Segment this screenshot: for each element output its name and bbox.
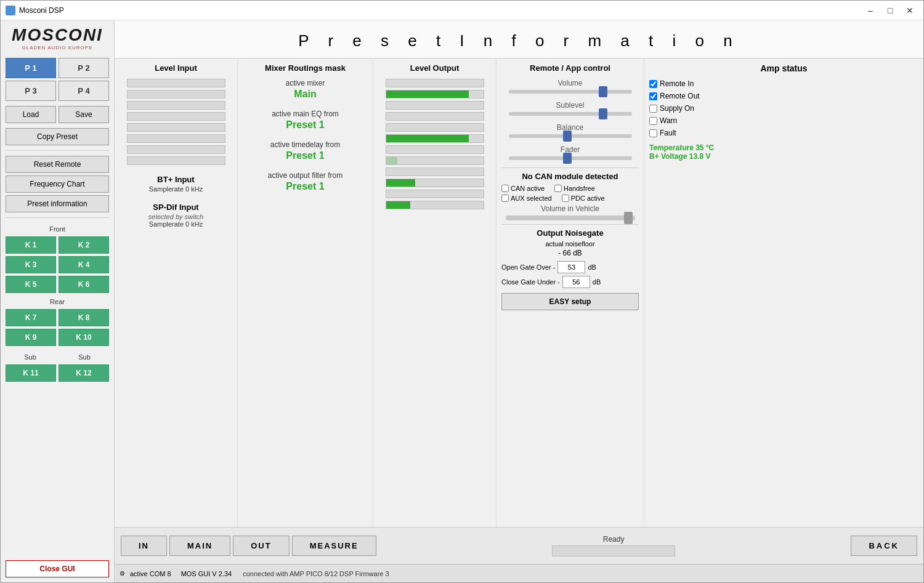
handsfree-checkbox[interactable] xyxy=(554,185,562,192)
channel-k11[interactable]: K 11 xyxy=(6,364,56,382)
channel-k7[interactable]: K 7 xyxy=(6,309,56,326)
level-output-column: Level Output xyxy=(373,58,496,527)
minimize-button[interactable]: – xyxy=(862,4,879,17)
logo-sub: GLADEN AUDIO EUROPE xyxy=(6,45,109,50)
warn-checkbox[interactable] xyxy=(649,117,657,125)
noisegate-title: Output Noisegate xyxy=(501,228,639,238)
level-bar-6 xyxy=(120,134,232,143)
channel-k2[interactable]: K 2 xyxy=(59,236,109,254)
main-eq-label: active main EQ from xyxy=(243,110,368,118)
channel-k9[interactable]: K 9 xyxy=(6,329,56,346)
can-row-1: CAN active Handsfree xyxy=(501,185,639,192)
main-content: MOSCONI GLADEN AUDIO EUROPE P 1 P 2 P 3 … xyxy=(1,20,923,582)
logo-text: MOSCONI xyxy=(6,25,109,45)
can-active-label: CAN active xyxy=(511,185,545,192)
fault-checkbox[interactable] xyxy=(649,129,657,137)
vehicle-volume-thumb[interactable] xyxy=(624,212,633,224)
sp-samplerate: Samplerate 0 kHz xyxy=(120,220,232,228)
handsfree-item: Handsfree xyxy=(554,185,595,192)
measure-button[interactable]: MEASURE xyxy=(292,536,376,556)
vehicle-volume-track[interactable] xyxy=(506,215,635,220)
sublevel-slider-container: Sublevel xyxy=(501,101,639,116)
open-gate-input[interactable] xyxy=(557,261,585,273)
mixer-column: Mixer Routings mask active mixer Main ac… xyxy=(238,58,373,527)
status-footer: ⚙ active COM 8 MOS GUI V 2.34 connected … xyxy=(115,564,923,582)
output-filter-value: Preset 1 xyxy=(243,181,368,192)
balance-slider-track[interactable] xyxy=(509,134,632,138)
timedelay-value: Preset 1 xyxy=(243,150,368,161)
rear-channels: K 7 K 8 K 9 K 10 xyxy=(6,309,109,346)
channel-k10[interactable]: K 10 xyxy=(59,329,109,346)
in-button[interactable]: IN xyxy=(121,536,167,556)
out-button[interactable]: OUT xyxy=(233,536,289,556)
open-gate-unit: dB xyxy=(588,263,596,271)
out-bar-2 xyxy=(378,90,491,99)
channel-k4[interactable]: K 4 xyxy=(59,256,109,273)
level-bar-2 xyxy=(120,90,232,99)
channel-k1[interactable]: K 1 xyxy=(6,236,56,254)
level-output-header: Level Output xyxy=(378,63,491,73)
supply-on-checkbox[interactable] xyxy=(649,105,657,113)
level-bar-1 xyxy=(120,79,232,87)
remote-in-checkbox[interactable] xyxy=(649,80,657,88)
volume-slider-track[interactable] xyxy=(509,90,632,94)
active-mixer-value: Main xyxy=(243,89,368,100)
sublevel-slider-track[interactable] xyxy=(509,112,632,116)
ready-label: Ready xyxy=(379,535,849,544)
volume-thumb[interactable] xyxy=(599,86,607,97)
copy-preset-button[interactable]: Copy Preset xyxy=(6,128,109,145)
fader-thumb[interactable] xyxy=(563,153,572,164)
output-filter-section: active output filter from Preset 1 xyxy=(243,171,368,192)
close-gate-row: Close Gate Under - dB xyxy=(501,276,639,288)
preset-info-button[interactable]: Preset information xyxy=(6,195,109,212)
preset-1-button[interactable]: P 1 xyxy=(6,58,56,78)
remote-out-checkbox[interactable] xyxy=(649,92,657,100)
out-bar-4 xyxy=(378,112,491,121)
handsfree-label: Handsfree xyxy=(564,185,595,192)
preset-2-button[interactable]: P 2 xyxy=(59,58,109,78)
remote-out-label: Remote Out xyxy=(660,92,700,100)
connected-info: connected with AMP PICO 8/12 DSP Firmwar… xyxy=(243,570,389,577)
temperature-display: Temperature 35 °C xyxy=(649,143,918,152)
back-button[interactable]: BACK xyxy=(851,536,917,556)
remote-column: Remote / App control Volume Sublevel xyxy=(496,58,644,527)
level-input-header: Level Input xyxy=(120,63,232,73)
easy-setup-button[interactable]: EASY setup xyxy=(501,293,639,310)
channel-k6[interactable]: K 6 xyxy=(59,276,109,293)
channel-k8[interactable]: K 8 xyxy=(59,309,109,326)
preset-4-button[interactable]: P 4 xyxy=(59,81,109,101)
close-gui-button[interactable]: Close GUI xyxy=(6,560,109,577)
channel-k5[interactable]: K 5 xyxy=(6,276,56,293)
close-gate-input[interactable] xyxy=(562,276,590,288)
maximize-button[interactable]: □ xyxy=(881,4,899,17)
can-active-checkbox[interactable] xyxy=(501,185,509,192)
aux-selected-checkbox[interactable] xyxy=(501,195,509,202)
open-gate-label: Open Gate Over - xyxy=(501,263,555,271)
frequency-chart-button[interactable]: Frequency Chart xyxy=(6,175,109,193)
remote-out-item: Remote Out xyxy=(649,92,918,100)
main-button[interactable]: MAIN xyxy=(169,536,230,556)
supply-on-item: Supply On xyxy=(649,104,918,113)
reset-remote-button[interactable]: Reset Remote xyxy=(6,156,109,173)
sp-input-name: SP-Dif Input xyxy=(120,203,232,212)
sublevel-label: Sublevel xyxy=(501,101,639,110)
page-title: P r e s e t I n f o r m a t i o n xyxy=(115,20,923,58)
fault-item: Fault xyxy=(649,129,918,137)
close-button[interactable]: ✕ xyxy=(901,4,918,17)
balance-slider-container: Balance xyxy=(501,123,639,138)
ready-section: Ready xyxy=(379,535,849,557)
pdc-active-checkbox[interactable] xyxy=(562,195,569,202)
vehicle-volume-slider xyxy=(501,215,639,220)
fader-slider-track[interactable] xyxy=(509,156,632,160)
timedelay-label: active timedelay from xyxy=(243,140,368,149)
load-button[interactable]: Load xyxy=(6,106,56,123)
channel-k3[interactable]: K 3 xyxy=(6,256,56,273)
preset-3-button[interactable]: P 3 xyxy=(6,81,56,101)
can-active-item: CAN active xyxy=(501,185,545,192)
balance-thumb[interactable] xyxy=(563,131,572,142)
output-filter-label: active output filter from xyxy=(243,171,368,180)
save-button[interactable]: Save xyxy=(59,106,109,123)
rear-label: Rear xyxy=(6,298,109,305)
sublevel-thumb[interactable] xyxy=(599,108,607,119)
channel-k12[interactable]: K 12 xyxy=(59,364,109,382)
